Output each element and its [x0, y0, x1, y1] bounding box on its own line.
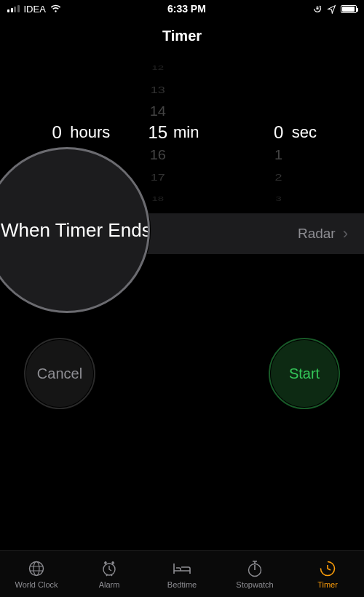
when-timer-ends-value: Radar — [298, 226, 336, 242]
start-button[interactable]: Start — [271, 340, 338, 407]
tab-label: Timer — [317, 580, 338, 589]
battery-icon — [341, 5, 357, 13]
tab-world-clock[interactable]: World Clock — [0, 551, 73, 597]
start-label: Start — [289, 365, 320, 382]
tab-stopwatch[interactable]: Stopwatch — [218, 551, 291, 597]
status-time: 6:33 PM — [167, 3, 206, 15]
svg-point-1 — [30, 561, 44, 575]
tab-bedtime[interactable]: Bedtime — [146, 551, 218, 597]
svg-rect-0 — [316, 7, 318, 9]
carrier-label: IDEA — [24, 4, 46, 15]
seconds-selected: 0 — [274, 122, 283, 143]
tab-bar: World Clock Alarm Bedtime Stopwatch Time… — [0, 550, 364, 597]
magnifier-text: When Timer Ends — [1, 219, 150, 242]
globe-icon — [27, 560, 46, 577]
tab-label: World Clock — [15, 580, 58, 589]
seconds-unit: sec — [292, 123, 317, 142]
page-title: Timer — [0, 17, 364, 63]
seconds-wheel[interactable]: 0 sec 1 2 3 — [237, 63, 347, 202]
chevron-right-icon: › — [343, 224, 348, 243]
tab-label: Alarm — [99, 580, 120, 589]
tab-label: Stopwatch — [236, 580, 273, 589]
cancel-button[interactable]: Cancel — [26, 340, 93, 407]
minutes-unit: min — [173, 123, 199, 142]
minutes-wheel[interactable]: 14 13 12 15 min 16 17 18 — [127, 63, 237, 202]
orientation-lock-icon — [312, 4, 323, 14]
cancel-label: Cancel — [37, 365, 82, 382]
svg-point-5 — [111, 561, 114, 563]
wifi-icon — [50, 4, 61, 13]
hours-unit: hours — [70, 123, 110, 142]
alarm-clock-icon — [100, 560, 119, 577]
timer-icon — [318, 560, 337, 577]
tab-timer[interactable]: Timer — [291, 551, 364, 597]
minutes-selected: 15 — [148, 122, 167, 143]
status-bar: IDEA 6:33 PM — [0, 0, 364, 17]
svg-point-2 — [33, 561, 39, 575]
bed-icon — [173, 560, 191, 577]
tab-label: Bedtime — [167, 580, 197, 589]
svg-point-4 — [104, 561, 106, 563]
location-icon — [327, 4, 336, 14]
tab-alarm[interactable]: Alarm — [73, 551, 146, 597]
stopwatch-icon — [245, 560, 264, 577]
signal-strength-icon — [7, 5, 20, 12]
hours-selected: 0 — [52, 122, 62, 143]
